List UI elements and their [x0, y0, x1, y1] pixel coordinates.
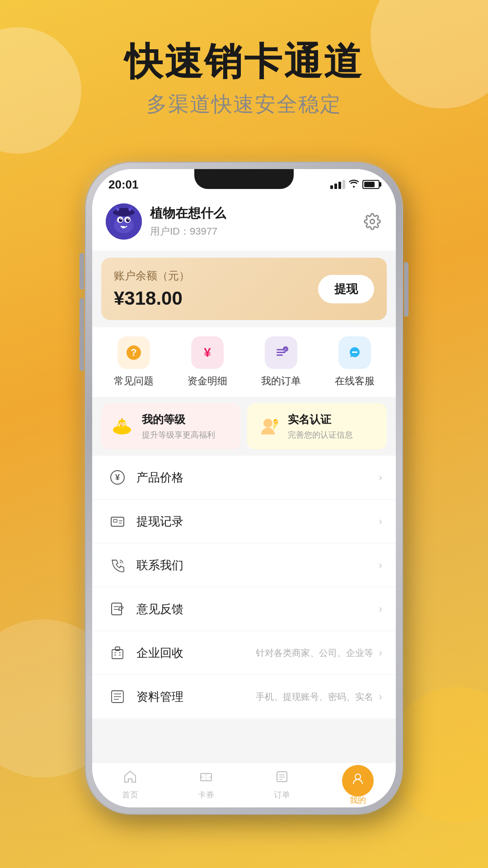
profile-info: 植物在想什么 用户ID：93977: [150, 205, 226, 238]
menu-item-enterprise[interactable]: 企业回收 针对各类商家、公司、企业等 ›: [92, 631, 396, 675]
level-subtitle: 提升等级享更高福利: [142, 429, 215, 440]
feedback-icon: [106, 597, 129, 621]
quick-menu: ? 常见问题 ¥ 资金明细: [92, 327, 396, 397]
finance-label: 资金明细: [188, 374, 227, 388]
quick-item-faq[interactable]: ? 常见问题: [107, 336, 161, 388]
svg-rect-3: [119, 208, 128, 214]
nav-label-mine: 我的: [350, 795, 366, 806]
menu-list: ¥ 产品价格 ›: [92, 456, 396, 718]
coupon-nav-icon: [199, 770, 213, 787]
signal-icon: [330, 180, 345, 189]
mine-active-indicator: [342, 765, 374, 797]
support-label: 在线客服: [335, 374, 375, 388]
menu-hint-enterprise: 针对各类商家、公司、企业等: [256, 647, 373, 659]
svg-point-9: [128, 219, 129, 220]
nav-label-coupon: 卡券: [198, 789, 214, 800]
svg-point-8: [121, 219, 122, 220]
nav-item-orders[interactable]: 订单: [244, 765, 320, 800]
quick-item-support[interactable]: 在线客服: [328, 336, 382, 388]
svg-point-26: [354, 351, 356, 353]
menu-text-feedback: 意见反馈: [136, 601, 379, 617]
svg-point-1: [114, 217, 134, 233]
balance-amount: ¥318.00: [114, 288, 190, 309]
svg-point-13: [370, 219, 375, 224]
verify-title: 实名认证: [288, 412, 353, 427]
faq-icon: ?: [117, 336, 150, 369]
level-title: 我的等级: [142, 412, 215, 427]
enterprise-icon: [106, 641, 129, 665]
arrow-icon-feedback: ›: [379, 603, 382, 615]
avatar: [106, 203, 142, 240]
settings-button[interactable]: [362, 212, 382, 231]
menu-text-enterprise: 企业回收: [136, 645, 256, 661]
mine-nav-icon: [351, 772, 365, 789]
balance-label: 账户余额（元）: [114, 269, 190, 283]
svg-text:?: ?: [131, 347, 136, 358]
verify-icon: [254, 413, 282, 440]
svg-rect-58: [277, 772, 287, 782]
svg-point-25: [352, 351, 354, 353]
menu-item-contact[interactable]: 联系我们 ›: [92, 543, 396, 587]
battery-icon: [362, 180, 380, 189]
withdraw-icon: [106, 509, 129, 533]
profile-left: 植物在想什么 用户ID：93977: [106, 203, 226, 240]
hero-section: 快速销卡通道 多渠道快速安全稳定: [0, 0, 488, 118]
svg-point-62: [355, 774, 361, 779]
orders-nav-icon: [275, 770, 289, 787]
menu-item-profile[interactable]: 资料管理 手机、提现账号、密码、实名 ›: [92, 675, 396, 718]
phone-outer: 20:01: [86, 163, 402, 814]
level-icon: VIP: [108, 413, 136, 440]
home-nav-icon: [123, 770, 137, 787]
wifi-icon: [349, 179, 359, 190]
hero-title: 快速销卡通道: [0, 41, 488, 82]
nav-item-coupon[interactable]: 卡券: [168, 765, 244, 800]
profile-id: 用户ID：93977: [150, 225, 226, 238]
svg-rect-21: [277, 354, 283, 356]
balance-card: 账户余额（元） ¥318.00 提现: [101, 258, 387, 320]
status-icons: [330, 179, 380, 190]
arrow-icon-contact: ›: [379, 559, 382, 571]
nav-label-home: 首页: [122, 789, 138, 800]
status-time: 20:01: [108, 178, 139, 192]
faq-label: 常见问题: [114, 374, 154, 388]
menu-item-feedback[interactable]: 意见反馈 ›: [92, 587, 396, 631]
price-icon: ¥: [106, 466, 129, 489]
withdraw-button[interactable]: 提现: [318, 275, 374, 303]
svg-point-27: [356, 351, 357, 353]
cards-row: VIP 我的等级 提升等级享更高福利: [101, 403, 387, 449]
svg-rect-10: [122, 226, 125, 228]
svg-rect-44: [112, 650, 123, 659]
level-card[interactable]: VIP 我的等级 提升等级享更高福利: [101, 403, 241, 449]
gear-icon: [364, 213, 381, 230]
nav-item-mine[interactable]: 我的: [320, 760, 396, 806]
menu-text-withdraw: 提现记录: [136, 514, 379, 529]
nav-item-home[interactable]: 首页: [92, 765, 168, 800]
orders-label: 我的订单: [261, 374, 301, 388]
svg-text:VIP: VIP: [117, 421, 126, 428]
svg-text:¥: ¥: [204, 345, 211, 359]
phone-notch: [194, 169, 294, 189]
svg-point-33: [263, 419, 272, 428]
bg-decoration-4: [389, 687, 488, 823]
quick-item-orders[interactable]: ✓ 我的订单: [254, 336, 308, 388]
app-content: 植物在想什么 用户ID：93977 账户余额（元）: [92, 194, 396, 807]
avatar-illustration: [106, 203, 142, 240]
quick-item-finance[interactable]: ¥ 资金明细: [180, 336, 235, 388]
menu-text-contact: 联系我们: [136, 557, 379, 573]
svg-text:¥: ¥: [115, 473, 120, 482]
svg-rect-37: [111, 517, 124, 526]
phone-inner: 20:01: [92, 169, 396, 807]
menu-hint-profile: 手机、提现账号、密码、实名: [256, 691, 373, 703]
profile-mgmt-icon: [106, 685, 129, 708]
verify-card[interactable]: 实名认证 完善您的认证信息: [247, 403, 387, 449]
contact-icon: [106, 553, 129, 577]
menu-text-profile: 资料管理: [136, 689, 256, 705]
verify-subtitle: 完善您的认证信息: [288, 429, 353, 440]
hero-subtitle: 多渠道快速安全稳定: [0, 90, 488, 118]
svg-rect-38: [113, 519, 117, 522]
menu-item-price[interactable]: ¥ 产品价格 ›: [92, 456, 396, 500]
svg-rect-41: [112, 603, 122, 615]
phone-mockup: 20:01: [86, 163, 402, 814]
profile-name: 植物在想什么: [150, 205, 226, 222]
menu-item-withdraw[interactable]: 提现记录 ›: [92, 500, 396, 543]
